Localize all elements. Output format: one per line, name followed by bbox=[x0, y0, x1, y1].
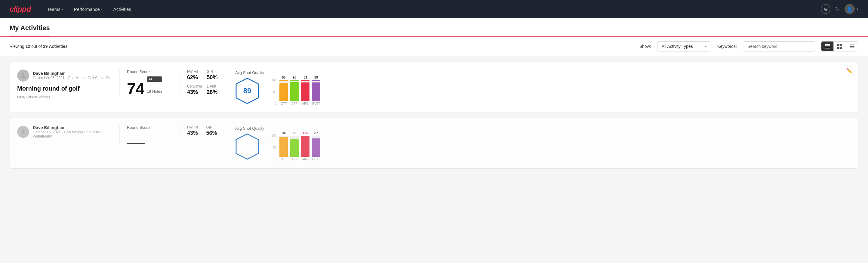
stat-fw-hit-2: FW Hit 43% bbox=[187, 125, 202, 136]
svg-rect-10 bbox=[850, 48, 855, 48]
filter-bar: Viewing 12 out of 29 Activities Show: Al… bbox=[0, 37, 868, 56]
edit-button-1[interactable]: ✏️ bbox=[845, 66, 855, 76]
svg-point-13 bbox=[22, 129, 24, 132]
nav-item-activities[interactable]: Activities bbox=[109, 4, 135, 14]
bar-chart-1: 100 50 0 85 OTT bbox=[272, 69, 320, 105]
card-stats-2: FW Hit 43% GIR 56% bbox=[180, 125, 228, 136]
logo[interactable]: clippd bbox=[10, 4, 31, 14]
bar-putt-1: 89 PUTT bbox=[312, 76, 320, 105]
bars-group-1: 85 OTT 90 APP bbox=[279, 76, 320, 105]
stat-updown-1: Up/Down 43% bbox=[187, 84, 202, 95]
bars-group-2: 94 OTT 83 APP 106 bbox=[279, 131, 320, 161]
hex-container-2 bbox=[235, 133, 259, 160]
view-toggle-list-dense[interactable] bbox=[822, 41, 834, 51]
show-label: Show: bbox=[640, 44, 651, 49]
add-icon[interactable]: ⊕ bbox=[821, 4, 830, 14]
svg-rect-7 bbox=[840, 47, 842, 49]
bar-putt-2: 87 PUTT bbox=[312, 131, 320, 161]
avg-shot-label-1: Avg Shot Quality bbox=[235, 70, 265, 75]
stats-grid-1: FW Hit 62% GIR 50% Up/Down 43% 1 Putt 28… bbox=[187, 69, 220, 95]
svg-rect-8 bbox=[850, 45, 855, 45]
score-big-1: 74 +4 18 Holes bbox=[127, 77, 172, 96]
card-score-2: Round Score bbox=[119, 125, 180, 144]
quality-score-1: 89 bbox=[243, 87, 251, 95]
nav-items: Teams ▾ Performance ▾ Activities bbox=[43, 4, 809, 14]
card-stats-1: FW Hit 62% GIR 50% Up/Down 43% 1 Putt 28… bbox=[180, 69, 228, 95]
stat-oneputt-1: 1 Putt 28% bbox=[207, 84, 220, 95]
bar-chart-2: 100 50 0 94 OTT 83 bbox=[272, 125, 320, 161]
user-avatar-2 bbox=[17, 126, 29, 138]
score-badge-1: +4 bbox=[147, 77, 162, 82]
stat-fw-hit-1: FW Hit 62% bbox=[187, 69, 202, 81]
navbar: clippd Teams ▾ Performance ▾ Activities … bbox=[0, 0, 868, 18]
data-source-1: Data Source: Arccos bbox=[17, 95, 112, 99]
bar-arg-1: 89 ARG bbox=[301, 76, 309, 105]
activity-card-2: Dave Billingham October 16, 2021 - Gog M… bbox=[10, 118, 858, 169]
teams-chevron-icon: ▾ bbox=[62, 7, 63, 11]
activity-title-1: Morning round of golf bbox=[17, 85, 112, 92]
nav-item-performance[interactable]: Performance ▾ bbox=[70, 4, 107, 14]
stat-gir-1: GIR 50% bbox=[207, 69, 220, 81]
user-avatar-menu[interactable]: 👤 ▾ bbox=[844, 4, 858, 14]
card-left-2: Dave Billingham October 16, 2021 - Gog M… bbox=[17, 125, 119, 142]
activity-type-chevron-icon: ▾ bbox=[705, 44, 707, 49]
content: ✏️ Dave Billingham December 05, 2021 - G… bbox=[0, 56, 868, 179]
svg-rect-5 bbox=[840, 44, 842, 46]
nav-item-teams[interactable]: Teams ▾ bbox=[43, 4, 67, 14]
viewing-text: Viewing 12 out of 29 Activities bbox=[10, 44, 633, 49]
score-number-1: 74 bbox=[127, 81, 144, 96]
keywords-label: Keywords: bbox=[717, 44, 737, 49]
card-score-1: Round Score 74 +4 18 Holes bbox=[119, 69, 180, 96]
svg-marker-14 bbox=[236, 134, 258, 159]
score-holes-1: 18 Holes bbox=[147, 89, 162, 95]
page-title: My Activities bbox=[10, 18, 50, 37]
bar-app-2: 83 APP bbox=[290, 131, 299, 161]
search-input[interactable] bbox=[743, 41, 815, 52]
svg-rect-4 bbox=[837, 44, 839, 46]
activity-type-dropdown[interactable]: All Activity Types ▾ bbox=[657, 41, 711, 52]
card-quality-2: Avg Shot Quality 100 50 0 94 bbox=[228, 125, 851, 161]
round-score-label-2: Round Score bbox=[127, 125, 172, 130]
user-info-1: Dave Billingham December 05, 2021 - Gog … bbox=[17, 69, 112, 82]
nav-right: ⊕ ↻ 👤 ▾ bbox=[821, 4, 858, 14]
round-score-label-1: Round Score bbox=[127, 69, 172, 74]
card-left-1: Dave Billingham December 05, 2021 - Gog … bbox=[17, 69, 119, 99]
svg-rect-9 bbox=[850, 46, 855, 47]
svg-rect-3 bbox=[825, 48, 830, 49]
svg-point-11 bbox=[22, 73, 24, 76]
stats-grid-2: FW Hit 43% GIR 56% bbox=[187, 125, 220, 136]
bar-app-1: 90 APP bbox=[290, 76, 299, 105]
page-header: My Activities bbox=[0, 18, 868, 37]
user-name-2: Dave Billingham bbox=[33, 125, 112, 130]
bar-arg-2: 106 ARG bbox=[301, 131, 309, 161]
svg-rect-6 bbox=[837, 47, 839, 49]
user-date-2: October 16, 2021 - Gog Magog Golf Club -… bbox=[33, 130, 112, 139]
activity-card-1: ✏️ Dave Billingham December 05, 2021 - G… bbox=[10, 62, 858, 113]
view-toggle-grid[interactable] bbox=[834, 41, 846, 51]
card-quality-1: Avg Shot Quality 89 100 50 0 bbox=[228, 69, 851, 105]
view-toggles bbox=[821, 41, 858, 52]
svg-rect-0 bbox=[825, 44, 830, 45]
performance-chevron-icon: ▾ bbox=[101, 7, 102, 11]
avatar-circle: 👤 bbox=[844, 4, 855, 14]
avg-shot-label-2: Avg Shot Quality bbox=[235, 126, 265, 130]
stat-gir-2: GIR 56% bbox=[206, 125, 221, 136]
user-info-2: Dave Billingham October 16, 2021 - Gog M… bbox=[17, 125, 112, 139]
user-name-1: Dave Billingham bbox=[33, 71, 111, 76]
view-toggle-list[interactable] bbox=[846, 41, 858, 51]
svg-rect-2 bbox=[825, 47, 830, 47]
avatar-icon: 👤 bbox=[847, 6, 852, 12]
hex-container-1: 89 bbox=[235, 77, 259, 105]
svg-rect-1 bbox=[825, 46, 830, 46]
user-date-1: December 05, 2021 - Gog Magog Golf Club … bbox=[33, 76, 111, 80]
bar-ott-1: 85 OTT bbox=[279, 76, 288, 105]
bar-ott-2: 94 OTT bbox=[279, 131, 288, 161]
avatar-chevron-icon: ▾ bbox=[857, 7, 858, 11]
refresh-icon[interactable]: ↻ bbox=[835, 6, 840, 12]
user-avatar-1 bbox=[17, 69, 29, 82]
